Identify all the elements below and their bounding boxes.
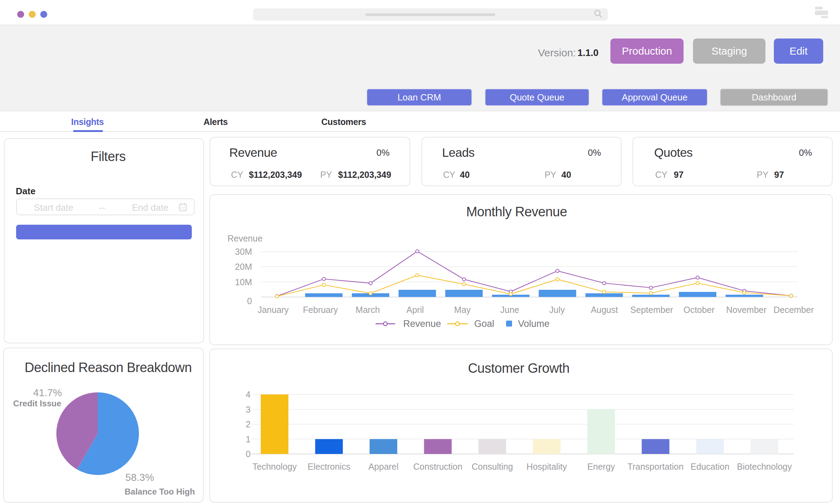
svg-text:October: October	[684, 305, 715, 315]
svg-text:3: 3	[246, 405, 251, 414]
svg-text:Apparel: Apparel	[368, 462, 398, 471]
svg-text:Construction: Construction	[413, 462, 462, 471]
svg-text:2: 2	[246, 419, 251, 429]
svg-text:Energy: Energy	[587, 462, 615, 471]
svg-text:1: 1	[246, 434, 251, 444]
svg-text:February: February	[303, 305, 338, 315]
svg-text:Technology: Technology	[252, 462, 297, 471]
svg-text:Transportation: Transportation	[628, 462, 684, 471]
svg-text:March: March	[356, 305, 380, 315]
svg-text:August: August	[591, 305, 618, 315]
svg-text:0: 0	[246, 449, 251, 459]
svg-text:30M: 30M	[235, 247, 252, 257]
svg-text:May: May	[454, 305, 471, 315]
svg-text:June: June	[500, 305, 519, 315]
svg-text:Monthly Revenue: Monthly Revenue	[466, 204, 567, 219]
svg-text:December: December	[774, 305, 814, 315]
svg-text:January: January	[258, 305, 289, 315]
svg-text:10M: 10M	[235, 277, 252, 287]
svg-text:Volume: Volume	[518, 318, 550, 329]
svg-text:Declined Reason Breakdown: Declined Reason Breakdown	[24, 360, 192, 375]
svg-text:Revenue: Revenue	[227, 233, 262, 243]
svg-text:0: 0	[247, 296, 252, 306]
svg-text:Credit Issue: Credit Issue	[13, 399, 61, 408]
svg-text:September: September	[630, 305, 673, 315]
svg-text:Education: Education	[691, 462, 729, 471]
svg-text:Goal: Goal	[474, 318, 494, 329]
svg-text:July: July	[549, 305, 565, 315]
svg-text:Balance Too High: Balance Too High	[125, 487, 195, 496]
svg-text:4: 4	[246, 390, 251, 399]
svg-text:Biotechnology: Biotechnology	[737, 462, 792, 471]
svg-text:Customer Growth: Customer Growth	[468, 361, 569, 376]
svg-text:Electronics: Electronics	[308, 462, 350, 471]
svg-text:Revenue: Revenue	[403, 318, 441, 329]
svg-text:58.3%: 58.3%	[125, 472, 154, 483]
svg-text:20M: 20M	[235, 262, 252, 272]
svg-text:Consulting: Consulting	[471, 462, 513, 471]
svg-text:Hospitality: Hospitality	[526, 462, 567, 471]
svg-text:41.7%: 41.7%	[33, 387, 62, 398]
svg-text:November: November	[726, 305, 766, 315]
svg-text:April: April	[406, 305, 424, 315]
